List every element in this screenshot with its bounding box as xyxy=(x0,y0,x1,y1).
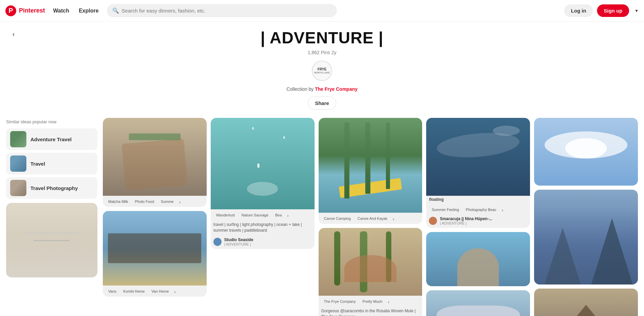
pin-tag[interactable]: The Frye Company xyxy=(321,298,359,306)
pin-tag-more[interactable]: › xyxy=(178,198,182,206)
pin-card-rock[interactable] xyxy=(426,232,530,286)
pin-tag-more[interactable]: › xyxy=(391,215,395,223)
pin-tag[interactable]: Pretty Much xyxy=(360,298,385,306)
sidebar: Similar ideas popular now Adventure Trav… xyxy=(6,118,97,316)
pins-count: 1,862 Pins xyxy=(308,50,330,55)
pin-user-name[interactable]: Studio Seaside xyxy=(224,237,253,242)
pin-user-caption: | ADVENTURE | xyxy=(224,242,253,246)
search-input[interactable] xyxy=(122,8,331,14)
pin-card-food[interactable]: Matcha Milk Photo Food Summe › xyxy=(103,118,207,207)
pin-tag-more[interactable]: › xyxy=(286,212,290,219)
back-button[interactable]: ‹ xyxy=(7,27,20,41)
sidebar-pin-picnic[interactable] xyxy=(6,203,97,277)
collection-by: Collection by The Frye Company xyxy=(0,86,644,92)
signup-button[interactable]: Sign up xyxy=(597,4,629,17)
pin-tags-van: Vans Kombi Home Van Home › xyxy=(103,286,207,297)
pins-grid: Matcha Milk Photo Food Summe › Vans Komb… xyxy=(103,118,638,316)
frye-logo: FRYE NORTH LAKE xyxy=(314,67,330,74)
nav-watch[interactable]: Watch xyxy=(49,5,73,16)
sidebar-item-adventure-travel[interactable]: Adventure Travel xyxy=(6,128,97,150)
pin-tag[interactable]: Photography Beac xyxy=(463,207,499,214)
sidebar-thumb-travel xyxy=(10,155,26,172)
pin-tags-food: Matcha Milk Photo Food Summe › xyxy=(103,196,207,207)
nav-explore[interactable]: Explore xyxy=(75,5,103,16)
share-button[interactable]: Share xyxy=(308,97,336,110)
board-avatar[interactable]: FRYE NORTH LAKE xyxy=(312,61,332,81)
pin-description-cactus: Gorgeous @saracombs in the Rosalia Woven… xyxy=(319,307,422,316)
pin-card-cactus[interactable]: The Frye Company Pretty Much › Gorgeous … xyxy=(319,228,422,316)
pin-tags-water: Wanderlust Nature Sauvage Bea › xyxy=(211,209,315,220)
board-age-value: 2y xyxy=(331,50,337,55)
pin-tag[interactable]: Summe xyxy=(158,198,177,206)
pin-caption-sea-user: | ADVENTURE | xyxy=(440,221,492,225)
pin-tag[interactable]: Wanderlust xyxy=(213,212,237,219)
pin-card-canoe[interactable]: Canoe Camping Canoe And Kayak › xyxy=(319,118,422,224)
pinterest-logo-text[interactable]: Pinterest xyxy=(19,7,45,14)
pin-tag[interactable]: Kombi Home xyxy=(120,288,147,295)
pin-tag[interactable]: Photo Food xyxy=(132,198,157,206)
pinterest-logo-icon[interactable]: P xyxy=(5,5,16,16)
pin-tag[interactable]: Van Home xyxy=(149,288,171,295)
main-nav: Watch Explore xyxy=(49,8,103,14)
pin-card-cloud[interactable] xyxy=(534,118,638,186)
pin-card-glacier[interactable] xyxy=(426,290,530,316)
pin-user-sea: Smaracuja || Nina Hüpen-... | ADVENTURE … xyxy=(426,215,530,228)
pin-user-avatar-sea xyxy=(429,217,437,225)
pin-tag[interactable]: Bea xyxy=(273,212,285,219)
dropdown-arrow-icon[interactable]: ▼ xyxy=(635,8,639,13)
sidebar-thumb-travel-photography xyxy=(10,180,26,196)
pin-tag[interactable]: Summer Feeling xyxy=(429,207,462,214)
pin-tags-sea: Summer Feeling Photography Beac › xyxy=(426,204,530,215)
pin-caption-sea: floating xyxy=(426,196,530,204)
search-icon: 🔍 xyxy=(112,7,119,14)
pin-tag[interactable]: Canoe Camping xyxy=(321,215,354,223)
pin-tags-cactus: The Frye Company Pretty Much › xyxy=(319,296,422,307)
collection-owner-link[interactable]: The Frye Company xyxy=(315,86,358,92)
sidebar-label-travel: Travel xyxy=(30,161,45,167)
pin-tag[interactable]: Canoe And Kayak xyxy=(355,215,390,223)
main-content: Similar ideas popular now Adventure Trav… xyxy=(1,118,643,316)
sidebar-label-adventure-travel: Adventure Travel xyxy=(30,136,72,142)
pin-card-sea[interactable]: floating Summer Feeling Photography Beac… xyxy=(426,118,530,228)
pin-description: travel | surfing | light photography | o… xyxy=(211,220,315,236)
header: P Pinterest Watch Explore 🔍 Log in Sign … xyxy=(0,0,644,22)
pin-tags-canoe: Canoe Camping Canoe And Kayak › xyxy=(319,213,422,224)
pin-tag[interactable]: Matcha Milk xyxy=(106,198,131,206)
pin-card-tent[interactable] xyxy=(534,289,638,316)
login-button[interactable]: Log in xyxy=(564,4,593,17)
pin-tag-more[interactable]: › xyxy=(386,298,390,306)
sidebar-thumb-adventure-travel xyxy=(10,131,26,147)
pin-tag-more[interactable]: › xyxy=(501,207,505,214)
pin-tag-more[interactable]: › xyxy=(173,288,177,295)
sidebar-label-travel-photography: Travel Photography xyxy=(30,185,78,191)
sidebar-heading: Similar ideas popular now xyxy=(6,119,97,124)
sidebar-item-travel[interactable]: Travel xyxy=(6,153,97,174)
pin-card-van[interactable]: Vans Kombi Home Van Home › xyxy=(103,211,207,297)
pin-tag[interactable]: Vans xyxy=(106,288,119,295)
pins-area: Matcha Milk Photo Food Summe › Vans Komb… xyxy=(103,118,638,316)
search-bar[interactable]: 🔍 xyxy=(107,4,337,17)
pin-card-mountain[interactable] xyxy=(534,190,638,285)
pin-card-water[interactable]: Wanderlust Nature Sauvage Bea › travel |… xyxy=(211,118,315,249)
pin-tag[interactable]: Nature Sauvage xyxy=(239,212,271,219)
logo-wrap[interactable]: P Pinterest xyxy=(5,5,45,16)
pin-user-avatar xyxy=(213,238,222,246)
board-meta: 1,862 Pins 2y xyxy=(0,50,644,55)
board-header: | ADVENTURE | 1,862 Pins 2y FRYE NORTH L… xyxy=(0,22,644,118)
board-title: | ADVENTURE | xyxy=(0,28,644,47)
pin-user-name-sea[interactable]: Smaracuja || Nina Hüpen-... xyxy=(440,216,492,221)
sidebar-item-travel-photography[interactable]: Travel Photography xyxy=(6,177,97,199)
pin-user-info: Studio Seaside | ADVENTURE | xyxy=(211,236,315,249)
